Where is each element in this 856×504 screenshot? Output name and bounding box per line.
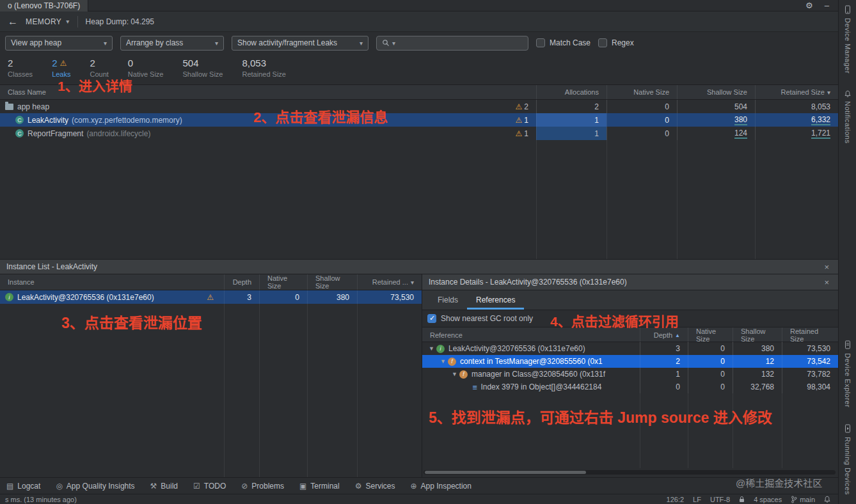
shallow-size-value: 124 [734,129,747,139]
leak-count: 2 [524,102,528,111]
watermark: @稀土掘金技术社区 [736,476,822,489]
reference-row[interactable]: ▼ LeakActivity@320765536 (0x131e7e60) 3 … [422,342,838,355]
horizontal-scrollbar[interactable] [424,470,836,475]
reference-name: Index 3979 in Object[]@344462184 [480,382,601,391]
regex-option[interactable]: Regex [598,38,634,47]
col-retained-label: Retained Size [781,88,825,96]
file-encoding[interactable]: UTF-8 [710,496,730,503]
stat-shallow-size: 504 Shallow Size [182,57,223,84]
leak-count: 1 [524,129,528,138]
col-allocations[interactable]: Allocations [536,85,606,99]
tool-build[interactable]: ⚒ Build [150,482,178,491]
allocations-value: 1 [536,127,606,140]
shallow-size-value: 504 [677,100,755,113]
reference-row-selected[interactable]: ▼ context in TestManager@320855560 (0x1 … [422,355,838,368]
heap-dump-label: Heap Dump: 04.295 [86,17,154,26]
tool-problems[interactable]: ⊘ Problems [241,482,284,491]
lock-icon[interactable] [739,496,745,503]
caret-position[interactable]: 126:2 [667,496,685,503]
notifications-icon[interactable] [824,496,830,503]
tool-app-quality-insights[interactable]: ◎ App Quality Insights [56,482,134,491]
heap-select-dropdown[interactable]: View app heap ▾ [5,36,113,51]
terminal-icon: ▣ [299,482,306,491]
gc-root-checkbox[interactable] [427,314,436,323]
search-box[interactable]: ▾ [376,36,528,51]
tool-app-inspection[interactable]: ⊕ App Inspection [411,482,472,491]
stat-native-label: Native Size [128,70,164,78]
search-input[interactable] [398,38,523,47]
instance-name: LeakActivity@320765536 (0x131e7e60) [17,293,154,302]
git-branch-widget[interactable]: main [791,496,815,503]
device-explorer-icon [844,340,852,349]
strip-notifications[interactable]: Notifications [844,90,852,143]
col-instance[interactable]: Instance [0,274,224,290]
status-message: s ms. (13 minutes ago) [5,496,77,503]
arrange-dropdown[interactable]: Arrange by class ▾ [120,36,224,51]
leaks-filter-dropdown[interactable]: Show activity/fragment Leaks ▾ [232,36,369,51]
scrollbar-thumb[interactable] [425,471,586,474]
expand-chevron-icon[interactable]: ▼ [429,345,436,352]
tool-terminal[interactable]: ▣ Terminal [299,482,340,491]
strip-label: Device Explorer [844,353,852,407]
col-shallow-size[interactable]: Shallow Size [733,327,782,343]
stat-count-value: 2 [90,57,108,70]
strip-device-manager[interactable]: Device Manager [844,5,852,74]
native-size-value: 0 [688,342,733,355]
window-title: o (Lenovo TB-J706F) [8,1,80,10]
minimize-icon[interactable]: – [825,1,829,10]
tab-fields[interactable]: Fields [429,290,467,310]
col-shallow-size[interactable]: Shallow Size [677,85,755,99]
close-icon[interactable]: × [821,278,832,287]
branch-name: main [800,496,815,503]
search-history-chevron-icon[interactable]: ▾ [392,40,395,47]
profiler-type-dropdown[interactable]: MEMORY ▾ [26,17,70,26]
regex-checkbox[interactable] [598,38,607,47]
table-row-reportfragment[interactable]: ReportFragment (androidx.lifecycle) ⚠1 1… [0,127,838,140]
native-size-value: 0 [688,355,733,368]
divider [77,16,78,28]
tab-references[interactable]: References [467,290,524,310]
reference-name: context in TestManager@320855560 (0x1 [460,357,603,366]
indent-setting[interactable]: 4 spaces [754,496,782,503]
expand-chevron-icon[interactable]: ▼ [452,371,459,377]
expand-chevron-icon[interactable]: ▼ [440,358,448,365]
annotation-step4: 4、点击过滤循环引用 [550,311,679,330]
col-shallow-size[interactable]: Shallow Size [307,274,357,290]
col-native-size[interactable]: Native Size [259,274,307,290]
chevron-down-icon: ▾ [215,40,218,47]
logcat-icon: ▤ [6,482,13,491]
retained-size-value: 6,332 [811,115,830,125]
col-depth[interactable]: Depth [224,274,259,290]
depth-value: 3 [224,290,259,304]
native-size-value: 0 [606,127,677,140]
back-arrow-icon[interactable]: ← [8,16,18,28]
reference-row[interactable]: ≣ Index 3979 in Object[]@344462184 0 0 3… [422,381,838,393]
reference-row[interactable]: ▼ manager in Class@320854560 (0x131f 1 0… [422,368,838,381]
strip-label: Notifications [844,101,852,143]
window-title-tab[interactable]: o (Lenovo TB-J706F) [0,0,88,12]
tool-logcat[interactable]: ▤ Logcat [6,482,40,491]
instance-row[interactable]: LeakActivity@320765536 (0x131e7e60) ⚠ 3 … [0,290,422,304]
line-separator[interactable]: LF [693,496,701,503]
settings-gear-icon[interactable]: ⚙ [805,1,813,10]
shallow-size-value: 132 [733,368,782,381]
tool-services[interactable]: ⚙ Services [355,482,395,491]
match-case-checkbox[interactable] [536,38,545,47]
table-row-leakactivity[interactable]: LeakActivity (com.xyz.perfettodemo.memor… [0,113,838,127]
col-retained-size[interactable]: Retained Size ▾ [755,85,838,99]
tool-label: Terminal [310,482,339,491]
col-retained[interactable]: Retained ... ▾ [357,274,422,290]
retained-size-value: 73,782 [782,368,838,381]
strip-device-explorer[interactable]: Device Explorer [844,340,852,407]
col-native-size[interactable]: Native Size [688,327,733,343]
strip-running-devices[interactable]: Running Devices [844,424,852,495]
match-case-option[interactable]: Match Case [536,38,590,47]
tool-todo[interactable]: ☑ TODO [193,482,226,491]
table-row-app-heap[interactable]: app heap ⚠2 2 0 504 8,053 [0,100,838,113]
retained-size-value: 98,304 [782,381,838,393]
col-native-size[interactable]: Native Size [606,85,677,99]
col-retained-size[interactable]: Retained Size [782,327,838,343]
close-icon[interactable]: × [821,262,832,272]
sort-asc-icon: ▲ [675,333,680,338]
reference-name: LeakActivity@320765536 (0x131e7e60) [448,344,585,353]
